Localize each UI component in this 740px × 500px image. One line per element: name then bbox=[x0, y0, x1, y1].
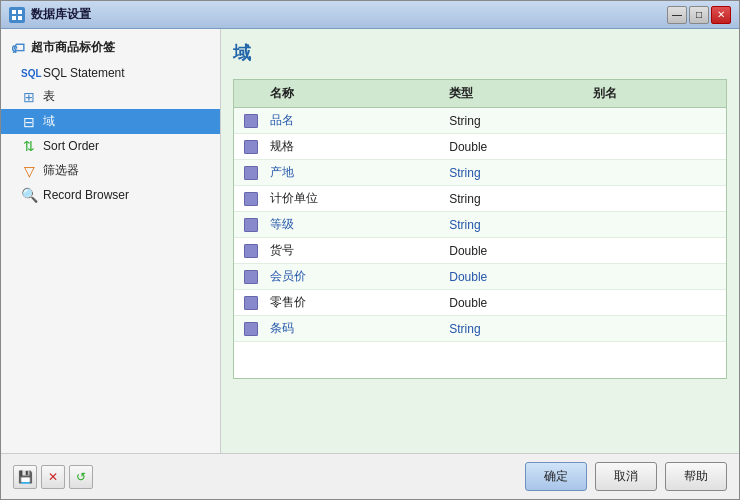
field-icon bbox=[244, 270, 258, 284]
sql-icon: SQL bbox=[21, 68, 37, 79]
field-name: 条码 bbox=[260, 316, 439, 342]
field-type: Double bbox=[439, 290, 582, 316]
row-icon-cell bbox=[234, 186, 260, 212]
table-header: 名称 类型 别名 bbox=[234, 80, 726, 108]
field-name: 会员价 bbox=[260, 264, 439, 290]
refresh-icon-button[interactable]: ↺ bbox=[69, 465, 93, 489]
main-window: 数据库设置 — □ ✕ 🏷 超市商品标价签 SQL SQL Statement … bbox=[0, 0, 740, 500]
field-alias bbox=[583, 316, 726, 342]
row-icon-cell bbox=[234, 316, 260, 342]
sidebar-item-sql[interactable]: SQL SQL Statement bbox=[1, 62, 220, 84]
field-type: String bbox=[439, 212, 582, 238]
col-type: 类型 bbox=[439, 80, 582, 108]
field-type: String bbox=[439, 108, 582, 134]
minimize-button[interactable]: — bbox=[667, 6, 687, 24]
field-alias bbox=[583, 160, 726, 186]
titlebar-controls: — □ ✕ bbox=[667, 6, 731, 24]
footer-left: 💾 ✕ ↺ bbox=[13, 465, 519, 489]
field-icon bbox=[244, 192, 258, 206]
table-row[interactable]: 零售价Double bbox=[234, 290, 726, 316]
sidebar: 🏷 超市商品标价签 SQL SQL Statement ⊞ 表 ⊟ 域 ⇅ So… bbox=[1, 29, 221, 453]
svg-rect-0 bbox=[12, 10, 16, 14]
table-row[interactable]: 品名String bbox=[234, 108, 726, 134]
sidebar-item-filter-label: 筛选器 bbox=[43, 162, 79, 179]
field-type: String bbox=[439, 186, 582, 212]
svg-rect-1 bbox=[18, 10, 22, 14]
sidebar-header-icon: 🏷 bbox=[11, 40, 25, 56]
row-icon-cell bbox=[234, 238, 260, 264]
cancel-button[interactable]: 取消 bbox=[595, 462, 657, 491]
field-alias bbox=[583, 290, 726, 316]
field-icon bbox=[244, 166, 258, 180]
sidebar-item-record-label: Record Browser bbox=[43, 188, 129, 202]
field-type: Double bbox=[439, 238, 582, 264]
row-icon-cell bbox=[234, 160, 260, 186]
content-area: 🏷 超市商品标价签 SQL SQL Statement ⊞ 表 ⊟ 域 ⇅ So… bbox=[1, 29, 739, 453]
field-name: 等级 bbox=[260, 212, 439, 238]
table-row[interactable]: 会员价Double bbox=[234, 264, 726, 290]
delete-icon-button[interactable]: ✕ bbox=[41, 465, 65, 489]
field-type: Double bbox=[439, 264, 582, 290]
svg-rect-2 bbox=[12, 16, 16, 20]
field-alias bbox=[583, 212, 726, 238]
ok-button[interactable]: 确定 bbox=[525, 462, 587, 491]
titlebar: 数据库设置 — □ ✕ bbox=[1, 1, 739, 29]
row-icon-cell bbox=[234, 264, 260, 290]
table-icon: ⊞ bbox=[21, 89, 37, 105]
field-name: 零售价 bbox=[260, 290, 439, 316]
sidebar-item-sort[interactable]: ⇅ Sort Order bbox=[1, 134, 220, 158]
fields-table-container[interactable]: 名称 类型 别名 品名String规格Double产地String计价单位Str… bbox=[233, 79, 727, 379]
help-button[interactable]: 帮助 bbox=[665, 462, 727, 491]
sidebar-item-filter[interactable]: ▽ 筛选器 bbox=[1, 158, 220, 183]
sidebar-header-label: 超市商品标价签 bbox=[31, 39, 115, 56]
record-icon: 🔍 bbox=[21, 187, 37, 203]
table-row[interactable]: 计价单位String bbox=[234, 186, 726, 212]
sidebar-item-sql-label: SQL Statement bbox=[43, 66, 125, 80]
delete-icon: ✕ bbox=[48, 470, 58, 484]
close-button[interactable]: ✕ bbox=[711, 6, 731, 24]
field-icon bbox=[244, 296, 258, 310]
table-row[interactable]: 货号Double bbox=[234, 238, 726, 264]
table-body: 品名String规格Double产地String计价单位String等级Stri… bbox=[234, 108, 726, 342]
col-name: 名称 bbox=[260, 80, 439, 108]
field-icon bbox=[244, 322, 258, 336]
table-row[interactable]: 等级String bbox=[234, 212, 726, 238]
field-name: 品名 bbox=[260, 108, 439, 134]
sidebar-item-domain-label: 域 bbox=[43, 113, 55, 130]
field-icon bbox=[244, 244, 258, 258]
row-icon-cell bbox=[234, 108, 260, 134]
field-name: 规格 bbox=[260, 134, 439, 160]
sidebar-item-table[interactable]: ⊞ 表 bbox=[1, 84, 220, 109]
table-row[interactable]: 规格Double bbox=[234, 134, 726, 160]
field-type: Double bbox=[439, 134, 582, 160]
footer-buttons: 确定 取消 帮助 bbox=[525, 462, 727, 491]
row-icon-cell bbox=[234, 212, 260, 238]
domain-icon: ⊟ bbox=[21, 114, 37, 130]
maximize-button[interactable]: □ bbox=[689, 6, 709, 24]
table-row[interactable]: 产地String bbox=[234, 160, 726, 186]
col-alias: 别名 bbox=[583, 80, 726, 108]
refresh-icon: ↺ bbox=[76, 470, 86, 484]
field-icon bbox=[244, 218, 258, 232]
field-alias bbox=[583, 186, 726, 212]
table-row[interactable]: 条码String bbox=[234, 316, 726, 342]
field-alias bbox=[583, 264, 726, 290]
field-name: 产地 bbox=[260, 160, 439, 186]
field-alias bbox=[583, 108, 726, 134]
row-icon-cell bbox=[234, 134, 260, 160]
sidebar-item-table-label: 表 bbox=[43, 88, 55, 105]
field-name: 计价单位 bbox=[260, 186, 439, 212]
sidebar-header: 🏷 超市商品标价签 bbox=[1, 35, 220, 62]
sidebar-item-domain[interactable]: ⊟ 域 bbox=[1, 109, 220, 134]
field-type: String bbox=[439, 160, 582, 186]
field-type: String bbox=[439, 316, 582, 342]
save-icon-button[interactable]: 💾 bbox=[13, 465, 37, 489]
col-icon bbox=[234, 80, 260, 108]
fields-table: 名称 类型 别名 品名String规格Double产地String计价单位Str… bbox=[234, 80, 726, 342]
main-panel: 域 名称 类型 别名 品名String规格Double产地String计价单位S… bbox=[221, 29, 739, 453]
field-alias bbox=[583, 238, 726, 264]
sidebar-item-record[interactable]: 🔍 Record Browser bbox=[1, 183, 220, 207]
window-title: 数据库设置 bbox=[31, 6, 667, 23]
save-icon: 💾 bbox=[18, 470, 33, 484]
footer: 💾 ✕ ↺ 确定 取消 帮助 bbox=[1, 453, 739, 499]
